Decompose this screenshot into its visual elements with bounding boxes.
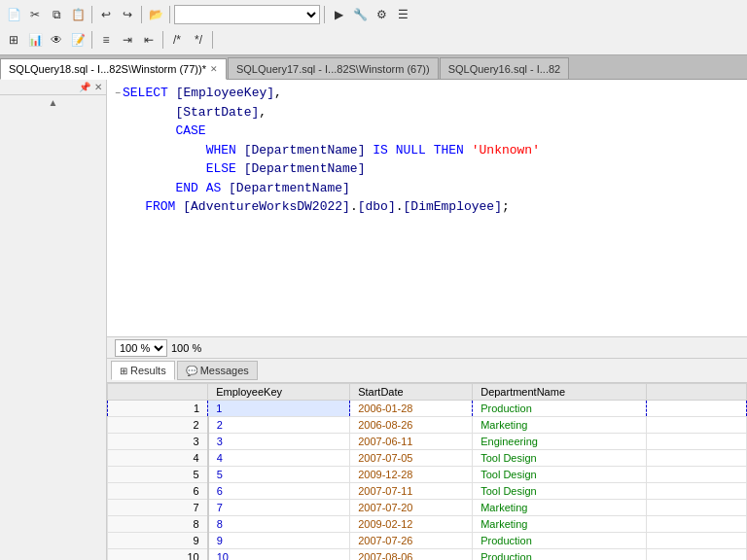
cell-dept: Marketing [473,516,647,533]
cell-employeekey: 1 [208,401,350,417]
format-icon[interactable]: ≡ [96,30,116,50]
code-line-7: FROM [AdventureWorksDW2022] . [dbo] . [D… [115,197,739,217]
sep3 [169,6,170,23]
col-startdate: StartDate [350,384,473,401]
cell-empty [646,401,746,417]
table-row[interactable]: 882009-02-12Marketing [108,516,747,533]
cell-dept: Production [473,549,647,561]
cell-rownum: 10 [108,549,208,561]
table-row[interactable]: 772007-07-20Marketing [108,500,747,516]
tab-messages[interactable]: 💬 Messages [177,361,258,380]
sep7 [212,31,213,49]
table-row[interactable]: 442007-07-05Tool Design [108,450,747,467]
cell-date: 2007-06-11 [350,434,473,450]
cell-empty [646,549,746,561]
more-icon[interactable]: ☰ [393,5,412,24]
tab-label-1: SQLQuery18.sql - I...82S\Winstorm (77))* [9,63,206,75]
cell-rownum: 2 [108,417,208,434]
col-deptname: DepartmentName [473,384,647,401]
cell-date: 2009-02-12 [350,516,473,533]
open-icon[interactable]: 📂 [146,5,165,24]
tab-sqlquery18[interactable]: SQLQuery18.sql - I...82S\Winstorm (77))*… [0,58,227,80]
results-table: EmployeeKey StartDate DepartmentName 112… [107,383,747,560]
redo-icon[interactable]: ↪ [118,5,137,24]
ident-startdate: [StartDate] [175,103,259,122]
code-line-2: [StartDate] , [115,103,739,122]
main-area: 📌 ✕ ▲ − SELECT [EmployeeKey] , [0,80,747,560]
cell-dept: Tool Design [473,483,647,500]
connection-dropdown[interactable] [174,5,320,24]
cut-icon[interactable]: ✂ [25,5,45,24]
toolbar: 📄 ✂ ⧉ 📋 ↩ ↪ 📂 ▶ 🔧 ⚙ ☰ ⊞ 📊 👁 📝 ≡ ⇥ ⇤ /* *… [0,0,747,55]
comment-icon[interactable]: /* [167,30,187,50]
table-row[interactable]: 10102007-08-06Production [108,549,747,561]
sep1 [91,6,92,23]
editor-content[interactable]: − SELECT [EmployeeKey] , [StartDate] , [107,80,747,336]
table-row[interactable]: 112006-01-28Production [108,401,747,417]
tab-label-2: SQLQuery17.sql - I...82S\Winstorm (67)) [236,63,430,75]
editor-container: − SELECT [EmployeeKey] , [StartDate] , [107,80,747,560]
outdent-icon[interactable]: ⇤ [139,30,159,50]
table-row[interactable]: 332007-06-11Engineering [108,434,747,450]
cell-date: 2006-01-28 [350,401,473,417]
cell-empty [646,450,746,467]
cell-date: 2007-07-20 [350,500,473,516]
zoom-select[interactable]: 50 % 75 % 100 % 125 % 150 % 200 % [115,339,167,357]
indent-icon[interactable]: ⇥ [118,30,137,50]
uncomment-icon[interactable]: */ [189,30,208,50]
execute-icon[interactable]: ▶ [329,5,348,24]
toolbar-row-1: 📄 ✂ ⧉ 📋 ↩ ↪ 📂 ▶ 🔧 ⚙ ☰ [4,2,743,27]
table-row[interactable]: 662007-07-11Tool Design [108,483,747,500]
sp-icon[interactable]: 📝 [68,30,88,50]
kw-select: SELECT [123,84,168,103]
table-row[interactable]: 552009-12-28Tool Design [108,467,747,483]
cell-dept: Marketing [473,417,647,434]
settings-icon[interactable]: ⚙ [372,5,391,24]
cell-employeekey: 10 [208,549,350,561]
copy-icon[interactable]: ⧉ [47,5,66,24]
ident-table: [DimEmployee] [404,197,502,217]
cell-dept: Engineering [473,434,647,450]
ident-db: [AdventureWorksDW2022] [183,197,350,217]
paste-icon[interactable]: 📋 [68,5,88,24]
cell-rownum: 6 [108,483,208,500]
table-icon[interactable]: ⊞ [4,30,23,50]
kw-else: ELSE [206,159,236,179]
cell-employeekey: 3 [208,434,350,450]
cell-date: 2006-08-26 [350,417,473,434]
cell-date: 2007-07-05 [350,450,473,467]
undo-icon[interactable]: ↩ [96,5,116,24]
sidebar-up-arrow[interactable]: ▲ [0,95,106,109]
tab-results[interactable]: ⊞ Results [111,361,175,380]
editor-footer: 50 % 75 % 100 % 125 % 150 % 200 % 100 % [107,336,747,358]
sep5 [91,31,92,49]
tab-sqlquery17[interactable]: SQLQuery17.sql - I...82S\Winstorm (67)) [228,57,439,79]
cell-empty [646,434,746,450]
index-icon[interactable]: 📊 [25,30,45,50]
tab-sqlquery16[interactable]: SQLQuery16.sql - I...82 [440,57,570,79]
sidebar-scroll: ▲ [0,95,106,560]
sep4 [324,6,325,23]
left-sidebar: 📌 ✕ ▲ [0,80,107,560]
cell-dept: Production [473,533,647,549]
cell-rownum: 9 [108,533,208,549]
results-tabs: ⊞ Results 💬 Messages [107,359,747,383]
editor-body: − SELECT [EmployeeKey] , [StartDate] , [107,80,747,336]
results-table-wrap[interactable]: EmployeeKey StartDate DepartmentName 112… [107,383,747,560]
messages-icon: 💬 [186,366,197,376]
ident-employeekey: [EmployeeKey] [176,84,274,103]
new-query-icon[interactable]: 📄 [4,5,23,24]
cell-date: 2007-08-06 [350,549,473,561]
tab-close-1[interactable]: ✕ [210,64,218,74]
table-row[interactable]: 992007-07-26Production [108,533,747,549]
pin-icon[interactable]: 📌 [79,82,90,92]
cell-empty [646,533,746,549]
kw-isnull: IS NULL [373,141,426,160]
table-row[interactable]: 222006-08-26Marketing [108,417,747,434]
kw-when: WHEN [206,141,236,160]
sidebar-close-icon[interactable]: ✕ [94,82,102,92]
tab-bar: SQLQuery18.sql - I...82S\Winstorm (77))*… [0,55,747,80]
code-line-5: ELSE [DepartmentName] [115,159,739,179]
debug-icon[interactable]: 🔧 [350,5,370,24]
view-icon[interactable]: 👁 [47,30,66,50]
